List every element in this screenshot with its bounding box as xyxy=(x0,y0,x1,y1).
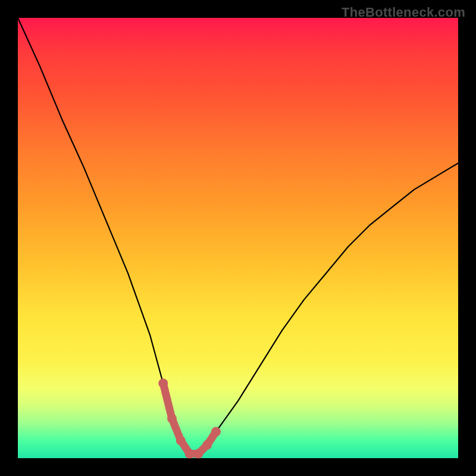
curve-svg xyxy=(18,18,458,458)
optimal-point xyxy=(211,427,221,437)
optimal-point xyxy=(185,449,195,459)
chart-frame: TheBottleneck.com xyxy=(0,0,476,476)
optimal-point xyxy=(176,436,186,445)
plot-area xyxy=(18,18,458,458)
optimal-point xyxy=(193,449,203,459)
bottleneck-curve xyxy=(18,18,458,454)
optimal-point xyxy=(202,440,212,450)
optimal-point xyxy=(158,378,168,388)
optimal-point xyxy=(167,414,177,423)
